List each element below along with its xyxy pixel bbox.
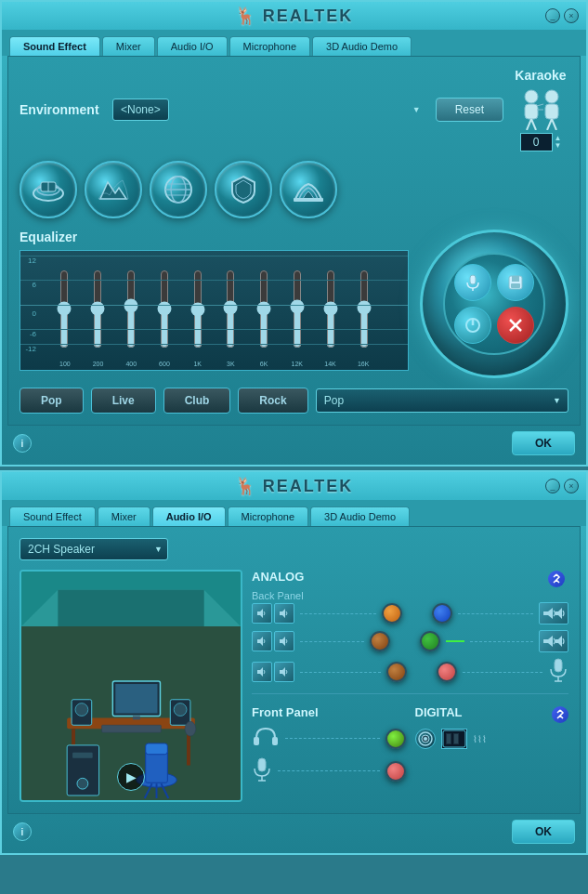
connector-line-1 (300, 613, 376, 614)
eq-circle-btn-mic[interactable] (454, 264, 491, 301)
svg-marker-63 (280, 667, 285, 677)
preset-select[interactable]: Pop Live Club Rock Jazz Classical (316, 388, 568, 413)
ok-button-2[interactable]: OK (512, 820, 575, 844)
eq-slider-6[interactable] (257, 270, 270, 348)
svg-marker-55 (280, 609, 285, 618)
room-visualization: ▶ (20, 570, 242, 802)
minimize-button-1[interactable]: _ (545, 8, 560, 23)
eq-slider-8[interactable] (324, 270, 337, 348)
eq-slider-1[interactable] (91, 270, 104, 348)
tab-bar-2: Sound Effect Mixer Audio I/O Microphone … (2, 501, 586, 526)
window-controls-2: _ × (545, 479, 579, 493)
jack-lime-front[interactable] (385, 729, 406, 749)
window-controls-1: _ × (545, 8, 579, 23)
logo-label-2: REALTEK (263, 477, 354, 496)
tab-3d-audio-2[interactable]: 3D Audio Demo (310, 506, 410, 526)
eq-circle-btn-close[interactable] (497, 307, 534, 344)
eq-circle-btn-save[interactable] (497, 264, 534, 301)
content-area-2: 2CH Speaker 4CH Speaker 6CH Speaker 8CH … (7, 526, 581, 814)
back-panel-row-3 (252, 658, 568, 686)
info-icon-1[interactable]: i (13, 434, 32, 453)
svg-marker-60 (543, 636, 553, 647)
env-icon-mountains[interactable] (85, 161, 142, 218)
jack-pink-1[interactable] (437, 662, 457, 682)
svg-point-6 (545, 90, 558, 103)
svg-point-46 (77, 778, 88, 789)
eq-slider-5[interactable] (224, 270, 237, 348)
logo-label-1: REALTEK (263, 7, 354, 26)
freq-label-5: 3K (215, 361, 248, 367)
back-spk-icons-1 (252, 603, 294, 624)
front-headphone-row (252, 725, 406, 752)
preset-rock-button[interactable]: Rock (238, 388, 307, 414)
close-button-1[interactable]: × (564, 8, 579, 23)
ok-button-1[interactable]: OK (512, 431, 575, 455)
audio-connectors-panel: ANALOG Back Panel (252, 570, 568, 802)
freq-label-2: 400 (114, 361, 148, 367)
karaoke-down-arrow[interactable]: ▼ (555, 142, 562, 150)
tab-sound-effect-2[interactable]: Sound Effect (9, 506, 96, 526)
tab-mixer-1[interactable]: Mixer (102, 36, 155, 56)
digital-section: DIGITAL (415, 705, 569, 790)
jack-pink-front[interactable] (385, 761, 406, 782)
reset-button[interactable]: Reset (436, 98, 503, 122)
content-area-1: Environment <None> Room Hall Arena Reset… (7, 56, 581, 426)
tab-bar-1: Sound Effect Mixer Audio I/O Microphone … (2, 31, 586, 56)
environment-select[interactable]: <None> Room Hall Arena (112, 99, 169, 121)
eq-circle-inner (443, 253, 545, 355)
speaker-select[interactable]: 2CH Speaker 4CH Speaker 6CH Speaker 8CH … (20, 538, 168, 560)
environment-label: Environment (20, 102, 103, 117)
audio-main-area: ▶ ANALOG Back Panel (20, 570, 568, 802)
env-icon-stadium[interactable] (20, 161, 77, 218)
tab-3d-audio-1[interactable]: 3D Audio Demo (312, 36, 412, 56)
tab-sound-effect-1[interactable]: Sound Effect (9, 36, 100, 56)
info-icon-2[interactable]: i (13, 822, 32, 841)
preset-club-button[interactable]: Club (163, 388, 231, 414)
tab-microphone-2[interactable]: Microphone (228, 506, 308, 526)
svg-rect-19 (294, 198, 323, 202)
minimize-button-2[interactable]: _ (545, 479, 560, 493)
svg-rect-39 (102, 725, 162, 732)
bottom-bar-1: i OK (2, 426, 586, 457)
eq-slider-2[interactable] (124, 270, 137, 348)
close-button-2[interactable]: × (564, 479, 579, 493)
tab-mixer-2[interactable]: Mixer (98, 506, 150, 526)
eq-slider-3[interactable] (158, 270, 171, 348)
eq-slider-7[interactable] (291, 270, 304, 348)
svg-rect-38 (133, 716, 140, 719)
front-mic-row (252, 757, 406, 784)
speaker-icon-2a (252, 631, 272, 651)
eq-slider-9[interactable] (358, 270, 371, 348)
jack-brown-2[interactable] (386, 662, 407, 682)
back-spk-icons-3 (252, 662, 294, 682)
equalizer-graph: 12 6 0 -6 -12 (20, 250, 409, 371)
tab-audio-io-2[interactable]: Audio I/O (152, 506, 226, 526)
tab-audio-io-1[interactable]: Audio I/O (157, 36, 228, 56)
front-digital-row: Front Panel (252, 702, 568, 790)
back-panel-row-2 (252, 630, 568, 652)
panel-1: 🦌 REALTEK _ × Sound Effect Mixer Audio I… (0, 0, 588, 467)
svg-rect-45 (72, 753, 93, 758)
eq-circle-control (420, 230, 568, 378)
env-icon-globe[interactable] (150, 161, 207, 218)
jack-orange-1[interactable] (382, 603, 402, 624)
jack-blue-1[interactable] (432, 603, 452, 624)
eq-slider-0[interactable] (58, 270, 71, 348)
svg-marker-61 (555, 636, 562, 647)
bluetooth-icon-digital (552, 706, 568, 723)
connector-line-2 (300, 641, 364, 642)
preset-live-button[interactable]: Live (91, 388, 156, 414)
preset-pop-button[interactable]: Pop (20, 388, 84, 414)
eq-slider-4[interactable] (191, 270, 204, 348)
eq-circle-btn-power[interactable] (454, 307, 491, 344)
jack-green-1[interactable] (420, 631, 440, 651)
mic-icon-back (548, 658, 568, 686)
jack-brown-1[interactable] (370, 631, 390, 651)
env-icon-shield[interactable] (215, 161, 272, 218)
logo-2: 🦌 REALTEK (235, 476, 354, 496)
speaker-select-row: 2CH Speaker 4CH Speaker 6CH Speaker 8CH … (20, 538, 568, 560)
tab-microphone-1[interactable]: Microphone (229, 36, 310, 56)
room-play-button[interactable]: ▶ (117, 763, 145, 791)
env-icon-opera[interactable] (280, 161, 337, 218)
svg-rect-67 (254, 737, 259, 745)
